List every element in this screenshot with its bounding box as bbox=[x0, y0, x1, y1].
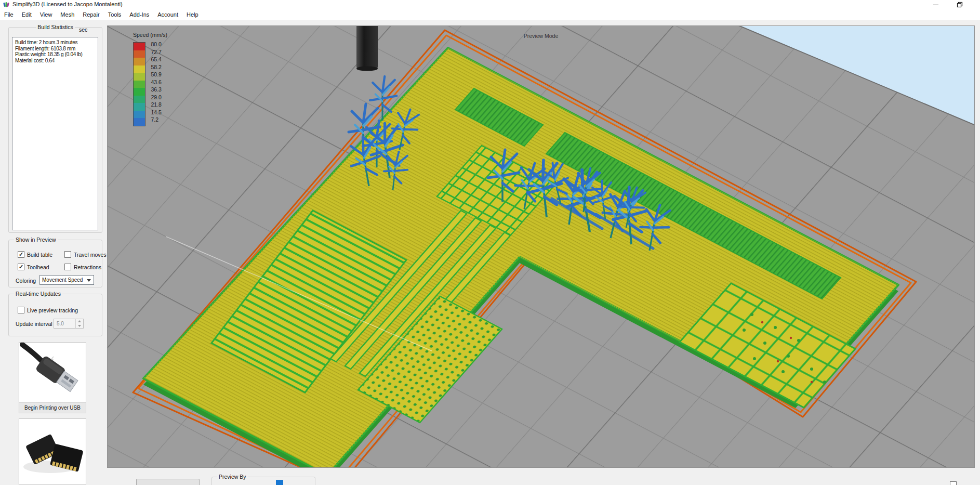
preview-by-group: Preview By bbox=[211, 477, 315, 485]
menu-tools[interactable]: Tools bbox=[104, 10, 126, 19]
update-interval-input[interactable]: 5.0 bbox=[54, 319, 84, 329]
legend-value: 43.6 bbox=[151, 78, 161, 86]
minimize-button[interactable] bbox=[928, 0, 944, 9]
legend-swatch bbox=[134, 96, 145, 103]
menu-view[interactable]: View bbox=[36, 10, 57, 19]
usb-print-launcher[interactable]: Begin Printing over USB bbox=[19, 342, 86, 413]
speed-legend: Speed (mm/s) 80.0 72.7 65.4 58.2 50.9 bbox=[133, 32, 167, 126]
legend-value: 58.2 bbox=[151, 63, 161, 71]
simplify3d-logo-icon bbox=[3, 2, 9, 8]
legend-swatch bbox=[134, 81, 145, 88]
checkbox-live-preview-tracking[interactable] bbox=[18, 307, 24, 313]
speed-legend-values: 80.0 72.7 65.4 58.2 50.9 43.6 36.3 29.0 … bbox=[151, 42, 161, 124]
menu-file[interactable]: File bbox=[0, 10, 18, 19]
legend-swatch bbox=[134, 88, 145, 96]
menu-account[interactable]: Account bbox=[153, 10, 182, 19]
preview-slider-handle[interactable] bbox=[276, 480, 283, 485]
legend-swatch bbox=[134, 118, 145, 126]
menu-help[interactable]: Help bbox=[182, 10, 203, 19]
build-statistics-title: Build Statistics bbox=[36, 24, 74, 30]
bottom-checkbox-partial[interactable] bbox=[950, 481, 957, 485]
sd-card-launcher[interactable] bbox=[19, 418, 86, 485]
minimize-icon bbox=[933, 5, 938, 5]
stat-build-time: Build time: 2 hours 3 minutes bbox=[15, 40, 95, 46]
legend-value: 36.3 bbox=[151, 86, 161, 94]
show-in-preview-title: Show in Preview bbox=[14, 237, 58, 243]
legend-value: 72.7 bbox=[151, 48, 161, 56]
label-live-preview-tracking: Live preview tracking bbox=[27, 307, 78, 313]
stat-filament-length: Filament length: 6103.8 mm bbox=[15, 46, 95, 52]
menubar: File Edit View Mesh Repair Tools Add-Ins… bbox=[0, 9, 980, 20]
build-statistics-group: Build Statistics Build time: 2 hours 3 m… bbox=[8, 27, 102, 233]
checkbox-toolhead[interactable] bbox=[18, 264, 24, 270]
menu-mesh[interactable]: Mesh bbox=[56, 10, 78, 19]
label-retractions: Retractions bbox=[74, 264, 101, 270]
legend-value: 21.8 bbox=[151, 101, 161, 109]
label-toolhead: Toolhead bbox=[27, 264, 49, 270]
coloring-dropdown[interactable]: Movement Speed bbox=[39, 275, 94, 285]
realtime-updates-group: Real-time Updates Live preview tracking … bbox=[8, 294, 102, 336]
3d-viewport[interactable]: Speed (mm/s) 80.0 72.7 65.4 58.2 50.9 bbox=[107, 25, 975, 468]
sd-cards-image bbox=[19, 419, 86, 484]
bottom-toolbar: Preview By bbox=[107, 468, 975, 485]
update-interval-unit: sec bbox=[79, 27, 87, 33]
checkbox-build-table[interactable] bbox=[18, 251, 24, 258]
up-down-arrows-icon[interactable] bbox=[75, 319, 83, 328]
stat-material-cost: Material cost: 0.64 bbox=[15, 58, 95, 64]
legend-swatch bbox=[134, 58, 145, 65]
menu-addins[interactable]: Add-Ins bbox=[125, 10, 153, 19]
legend-value: 29.0 bbox=[151, 94, 161, 101]
build-statistics-box: Build time: 2 hours 3 minutes Filament l… bbox=[12, 37, 98, 230]
show-in-preview-group: Show in Preview Build table Travel moves… bbox=[8, 240, 102, 287]
speed-legend-colorbar bbox=[133, 42, 145, 126]
legend-swatch bbox=[134, 65, 145, 73]
legend-value: 50.9 bbox=[151, 71, 161, 78]
restore-button[interactable] bbox=[952, 0, 968, 9]
legend-value: 80.0 bbox=[151, 41, 161, 48]
legend-swatch bbox=[134, 50, 145, 58]
preview-by-title: Preview By bbox=[217, 474, 248, 480]
legend-value: 65.4 bbox=[151, 56, 161, 63]
legend-swatch bbox=[134, 43, 145, 50]
exit-preview-button-partial[interactable] bbox=[136, 479, 200, 485]
legend-swatch bbox=[134, 111, 145, 119]
menu-edit[interactable]: Edit bbox=[18, 10, 36, 19]
legend-value: 14.5 bbox=[151, 109, 161, 116]
checkbox-retractions[interactable] bbox=[64, 264, 71, 270]
legend-swatch bbox=[134, 103, 145, 111]
coloring-label: Coloring bbox=[16, 278, 36, 284]
preview-mode-label: Preview Mode bbox=[108, 33, 974, 39]
label-build-table: Build table bbox=[27, 252, 52, 258]
titlebar: Simplify3D (Licensed to Jacopo Montalent… bbox=[0, 0, 980, 9]
3d-scene bbox=[108, 26, 974, 467]
begin-printing-usb-button[interactable]: Begin Printing over USB bbox=[19, 402, 86, 413]
realtime-updates-title: Real-time Updates bbox=[14, 291, 62, 297]
stat-plastic-weight: Plastic weight: 18.35 g (0.04 lb) bbox=[15, 51, 95, 58]
menu-repair[interactable]: Repair bbox=[78, 10, 103, 19]
label-travel-moves: Travel moves bbox=[74, 252, 107, 258]
update-interval-label: Update interval bbox=[16, 321, 52, 327]
usb-cable-image bbox=[19, 343, 86, 402]
window-title: Simplify3D (Licensed to Jacopo Montalent… bbox=[12, 1, 123, 7]
legend-value: 7.2 bbox=[151, 116, 161, 124]
coloring-value: Movement Speed bbox=[42, 277, 83, 283]
checkbox-travel-moves[interactable] bbox=[64, 251, 71, 258]
legend-swatch bbox=[134, 73, 145, 81]
chevron-down-icon bbox=[87, 279, 91, 282]
update-interval-value: 5.0 bbox=[57, 321, 64, 326]
restore-icon bbox=[957, 2, 963, 8]
